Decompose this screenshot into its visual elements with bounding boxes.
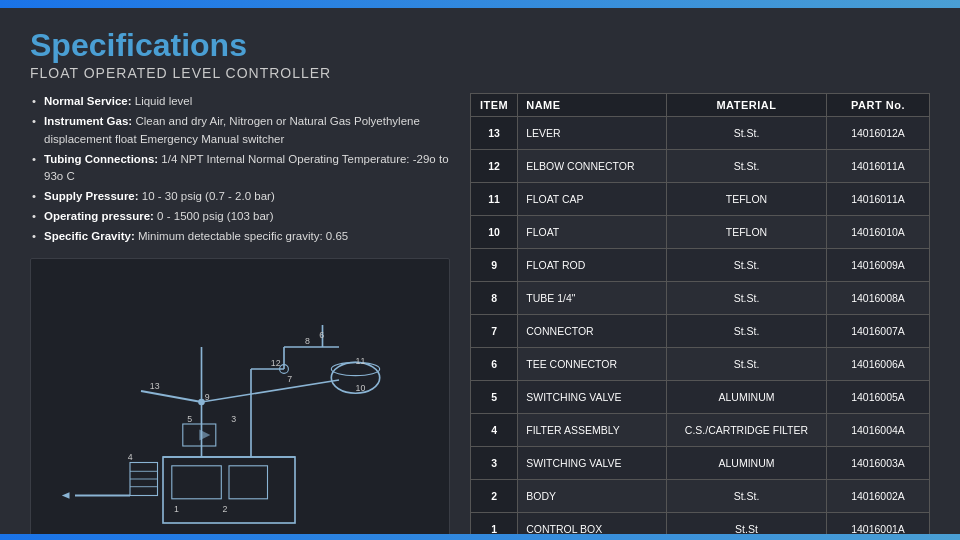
cell-material: St.St.	[666, 249, 826, 282]
cell-material: St.St.	[666, 281, 826, 314]
svg-text:4: 4	[128, 452, 133, 462]
cell-item: 8	[471, 281, 518, 314]
cell-name: BODY	[518, 479, 667, 512]
page-title: Specifications	[30, 28, 930, 63]
cell-item: 3	[471, 446, 518, 479]
cell-name: CONNECTOR	[518, 314, 667, 347]
table-row: 9 FLOAT ROD St.St. 14016009A	[471, 249, 930, 282]
cell-part: 14016007A	[827, 314, 930, 347]
cell-material: ALUMINUM	[666, 380, 826, 413]
svg-point-10	[198, 398, 205, 405]
table-row: 6 TEE CONNECTOR St.St. 14016006A	[471, 347, 930, 380]
top-bar	[0, 0, 960, 8]
svg-text:10: 10	[356, 383, 366, 393]
cell-item: 12	[471, 150, 518, 183]
table-row: 8 TUBE 1/4" St.St. 14016008A	[471, 281, 930, 314]
svg-rect-2	[172, 465, 222, 498]
cell-material: St.St.	[666, 150, 826, 183]
cell-part: 14016009A	[827, 249, 930, 282]
cell-material: St.St.	[666, 314, 826, 347]
right-panel: ITEM NAME MATERIAL PART No. 13 LEVER St.…	[470, 93, 930, 540]
table-row: 3 SWITCHING VALVE ALUMINUM 14016003A	[471, 446, 930, 479]
svg-text:11: 11	[356, 355, 366, 365]
cell-part: 14016008A	[827, 281, 930, 314]
svg-text:3: 3	[231, 413, 236, 423]
cell-part: 14016010A	[827, 216, 930, 249]
spec-item-3: Supply Pressure: 10 - 30 psig (0.7 - 2.0…	[30, 188, 450, 206]
cell-item: 10	[471, 216, 518, 249]
col-header-item: ITEM	[471, 94, 518, 117]
cell-name: LEVER	[518, 117, 667, 150]
cell-name: TEE CONNECTOR	[518, 347, 667, 380]
cell-item: 13	[471, 117, 518, 150]
diagram-area: 13 12 11 10 9 8 7 6 5 4 3 2 1	[30, 258, 450, 540]
svg-text:9: 9	[205, 391, 210, 401]
table-row: 12 ELBOW CONNECTOR St.St. 14016011A	[471, 150, 930, 183]
table-row: 10 FLOAT TEFLON 14016010A	[471, 216, 930, 249]
cell-name: ELBOW CONNECTOR	[518, 150, 667, 183]
spec-item-4: Operating pressure: 0 - 1500 psig (103 b…	[30, 208, 450, 226]
svg-line-9	[141, 391, 202, 402]
page-content: Specifications FLOAT OPERATED LEVEL CONT…	[0, 8, 960, 540]
cell-part: 14016011A	[827, 183, 930, 216]
col-header-material: MATERIAL	[666, 94, 826, 117]
cell-name: FILTER ASSEMBLY	[518, 413, 667, 446]
svg-marker-23	[62, 492, 70, 499]
cell-material: St.St.	[666, 479, 826, 512]
svg-text:12: 12	[271, 357, 281, 367]
cell-part: 14016012A	[827, 117, 930, 150]
cell-material: ALUMINUM	[666, 446, 826, 479]
cell-item: 2	[471, 479, 518, 512]
spec-item-2: Tubing Connections: 1/4 NPT Internal Nor…	[30, 151, 450, 187]
main-area: Normal Service: Liquid levelInstrument G…	[30, 93, 930, 540]
bottom-bar	[0, 534, 960, 540]
svg-text:6: 6	[319, 330, 324, 340]
cell-item: 9	[471, 249, 518, 282]
specs-list: Normal Service: Liquid levelInstrument G…	[30, 93, 450, 248]
spec-item-5: Specific Gravity: Minimum detectable spe…	[30, 228, 450, 246]
svg-marker-17	[199, 429, 210, 440]
cell-part: 14016002A	[827, 479, 930, 512]
table-row: 2 BODY St.St. 14016002A	[471, 479, 930, 512]
parts-table: ITEM NAME MATERIAL PART No. 13 LEVER St.…	[470, 93, 930, 540]
table-row: 11 FLOAT CAP TEFLON 14016011A	[471, 183, 930, 216]
cell-item: 4	[471, 413, 518, 446]
svg-text:5: 5	[187, 413, 192, 423]
cell-name: FLOAT CAP	[518, 183, 667, 216]
cell-material: St.St.	[666, 347, 826, 380]
cell-name: SWITCHING VALVE	[518, 380, 667, 413]
table-row: 7 CONNECTOR St.St. 14016007A	[471, 314, 930, 347]
spec-item-0: Normal Service: Liquid level	[30, 93, 450, 111]
cell-material: St.St.	[666, 117, 826, 150]
svg-text:13: 13	[150, 380, 160, 390]
cell-item: 6	[471, 347, 518, 380]
svg-line-6	[202, 380, 340, 402]
spec-item-1: Instrument Gas: Clean and dry Air, Nitro…	[30, 113, 450, 149]
cell-part: 14016011A	[827, 150, 930, 183]
cell-name: FLOAT	[518, 216, 667, 249]
svg-text:7: 7	[287, 374, 292, 384]
cell-item: 11	[471, 183, 518, 216]
cell-material: C.S./CARTRIDGE FILTER	[666, 413, 826, 446]
page-subtitle: FLOAT OPERATED LEVEL CONTROLLER	[30, 65, 930, 81]
cell-material: TEFLON	[666, 216, 826, 249]
table-row: 5 SWITCHING VALVE ALUMINUM 14016005A	[471, 380, 930, 413]
table-row: 13 LEVER St.St. 14016012A	[471, 117, 930, 150]
cell-part: 14016004A	[827, 413, 930, 446]
cell-name: TUBE 1/4"	[518, 281, 667, 314]
cell-name: SWITCHING VALVE	[518, 446, 667, 479]
table-row: 4 FILTER ASSEMBLY C.S./CARTRIDGE FILTER …	[471, 413, 930, 446]
svg-text:2: 2	[222, 504, 227, 514]
cell-item: 5	[471, 380, 518, 413]
col-header-name: NAME	[518, 94, 667, 117]
left-panel: Normal Service: Liquid levelInstrument G…	[30, 93, 450, 540]
cell-item: 7	[471, 314, 518, 347]
cell-material: TEFLON	[666, 183, 826, 216]
cell-part: 14016005A	[827, 380, 930, 413]
svg-text:8: 8	[305, 335, 310, 345]
cell-name: FLOAT ROD	[518, 249, 667, 282]
cell-part: 14016003A	[827, 446, 930, 479]
cell-part: 14016006A	[827, 347, 930, 380]
col-header-part: PART No.	[827, 94, 930, 117]
svg-text:1: 1	[174, 504, 179, 514]
